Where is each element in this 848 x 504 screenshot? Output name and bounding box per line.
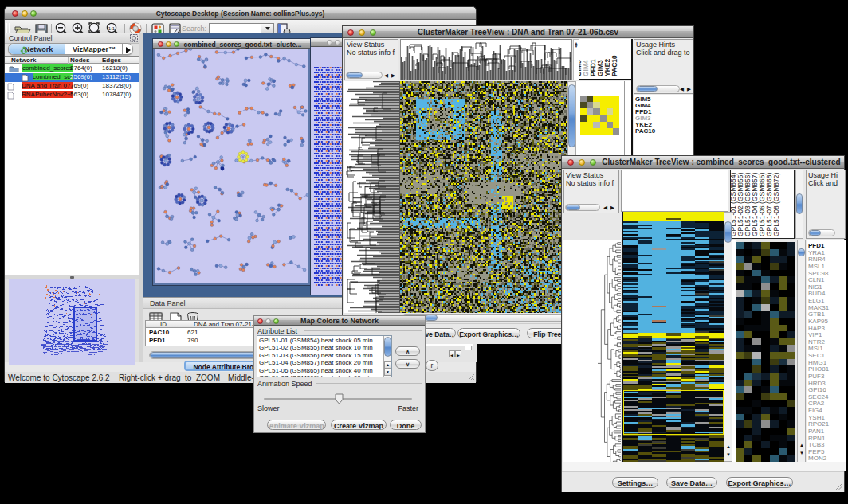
svg-text:1:1: 1:1	[108, 26, 116, 31]
